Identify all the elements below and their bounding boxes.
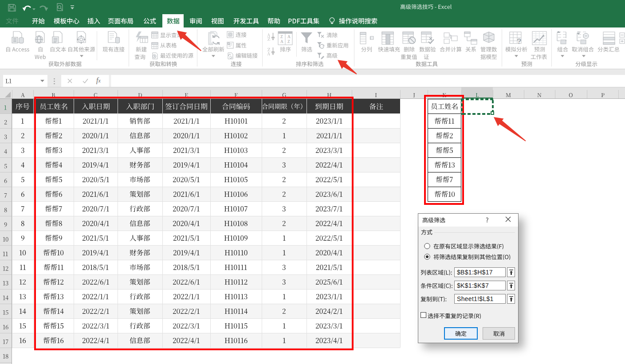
svg-text:?: ? bbox=[517, 37, 521, 45]
svg-text:Z: Z bbox=[280, 35, 283, 39]
svg-text:Z: Z bbox=[287, 39, 290, 44]
svg-text:A: A bbox=[287, 35, 291, 39]
svg-text:A: A bbox=[280, 39, 283, 44]
